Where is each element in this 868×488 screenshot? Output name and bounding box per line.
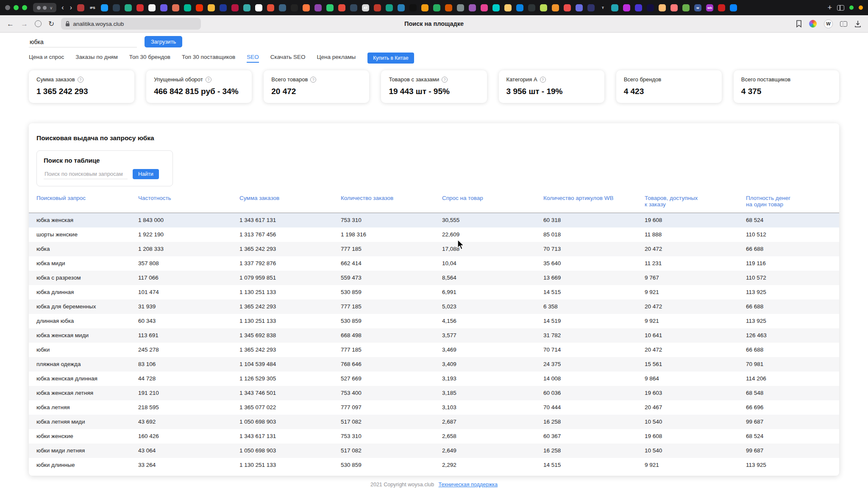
info-icon[interactable]: ?: [78, 77, 83, 83]
split-view-icon[interactable]: [840, 21, 847, 27]
pinned-tab-icon[interactable]: [386, 4, 393, 11]
extensions-badge-icon[interactable]: [35, 20, 42, 27]
column-header[interactable]: Поисковый запрос: [29, 192, 131, 213]
tab-3[interactable]: Топ 30 брендов: [129, 54, 170, 63]
pinned-tab-icon[interactable]: [457, 4, 464, 11]
pinned-tab-icon[interactable]: [635, 4, 642, 11]
pinned-tab-icon[interactable]: [279, 4, 286, 11]
pinned-tab-icon[interactable]: [623, 4, 630, 11]
pinned-tab-icon[interactable]: [647, 4, 654, 11]
column-header[interactable]: Сумма заказов: [232, 192, 333, 213]
pinned-tab-icon[interactable]: [481, 4, 488, 11]
pinned-tab-icon[interactable]: [326, 4, 334, 11]
load-button[interactable]: Загрузить: [145, 36, 182, 47]
pinned-tab-icon[interactable]: [231, 4, 239, 11]
window-control-dot[interactable]: [5, 5, 10, 10]
color-extension-icon[interactable]: [809, 20, 817, 28]
tab-1[interactable]: Цена и спрос: [29, 54, 64, 63]
table-row[interactable]: юбка для беременных31 9391 365 242 29377…: [29, 299, 839, 314]
info-icon[interactable]: ?: [310, 77, 316, 83]
table-row[interactable]: пляжная одежда83 1061 104 539 484768 646…: [29, 357, 839, 372]
pinned-tab-icon[interactable]: [338, 4, 345, 11]
pinned-tab-icon[interactable]: [374, 4, 381, 11]
download-icon[interactable]: [854, 20, 861, 28]
address-bar[interactable]: analitika.woysa.club: [61, 18, 201, 30]
pinned-tab-icon[interactable]: [148, 4, 156, 11]
pinned-tab-icon[interactable]: [101, 4, 108, 11]
pinned-tab-icon[interactable]: [220, 4, 227, 11]
table-row[interactable]: юбка женская миди113 6911 345 692 838668…: [29, 328, 839, 343]
pinned-tab-icon[interactable]: T: [599, 4, 606, 11]
pinned-tab-icon[interactable]: [421, 4, 428, 11]
pinned-tab-icon[interactable]: [540, 4, 547, 11]
bookmark-icon[interactable]: [796, 20, 802, 28]
table-search-input[interactable]: [44, 169, 128, 179]
pinned-tab-icon[interactable]: [113, 4, 120, 11]
pinned-tab-icon[interactable]: [409, 4, 417, 11]
pinned-tab-icon[interactable]: [350, 4, 357, 11]
table-row[interactable]: юбка летняя миди43 6921 050 698 903517 0…: [29, 415, 839, 429]
pinned-tab-icon[interactable]: [196, 4, 203, 11]
pinned-tab-icon[interactable]: [255, 4, 262, 11]
pinned-tab-icon[interactable]: [670, 4, 678, 11]
pinned-tab-icon[interactable]: [291, 4, 298, 11]
info-icon[interactable]: ?: [442, 77, 448, 83]
table-row[interactable]: юбка миди357 8081 337 792 876662 41410,0…: [29, 256, 839, 271]
column-header[interactable]: Плотность денег на один товар: [738, 192, 839, 213]
pinned-tab-icon[interactable]: [184, 4, 191, 11]
pinned-tab-icon[interactable]: [445, 4, 452, 11]
table-row[interactable]: юбка летняя218 5951 365 077 022777 0973,…: [29, 400, 839, 415]
pinned-tab-icon[interactable]: [77, 4, 84, 11]
search-query-input[interactable]: [29, 37, 137, 47]
pinned-tab-icon[interactable]: [433, 4, 440, 11]
table-row[interactable]: юбка женская длинная44 7281 126 529 3055…: [29, 372, 839, 386]
tab-7[interactable]: Цена рекламы: [317, 54, 356, 63]
pinned-tab-icon[interactable]: [576, 4, 583, 11]
table-row[interactable]: юбки миди летняя43 0641 050 698 903517 0…: [29, 444, 839, 458]
pinned-tab-icon[interactable]: [504, 4, 512, 11]
pinned-tab-icon[interactable]: [564, 4, 571, 11]
tab-2[interactable]: Заказы по дням: [75, 54, 117, 63]
tab-group-pill[interactable]: ∨: [33, 3, 56, 12]
pinned-tab-icon[interactable]: [552, 4, 559, 11]
refresh-icon[interactable]: ↻: [48, 20, 54, 28]
tab-5[interactable]: SEO: [247, 54, 259, 63]
info-icon[interactable]: ?: [206, 77, 211, 83]
pinned-tab-icon[interactable]: [682, 4, 690, 11]
pinned-tab-icon[interactable]: [730, 4, 737, 11]
pinned-tab-icon[interactable]: [125, 4, 132, 11]
pinned-tab-icon[interactable]: [303, 4, 310, 11]
table-row[interactable]: юбки длинные33 2641 130 251 133530 8592,…: [29, 458, 839, 472]
column-header[interactable]: Товаров, доступных к заказу: [637, 192, 738, 213]
column-header[interactable]: Количество артикулов WB: [536, 192, 637, 213]
strip-forward-icon[interactable]: ›: [69, 4, 73, 11]
table-row[interactable]: юбка женская1 843 0001 343 617 131753 31…: [29, 213, 839, 227]
column-header[interactable]: Спрос на товар: [434, 192, 536, 213]
support-link[interactable]: Техническая поддержка: [439, 482, 498, 488]
pinned-tab-icon[interactable]: AT: [362, 4, 369, 11]
pinned-tab-icon[interactable]: [659, 4, 666, 11]
profile-avatar[interactable]: W: [824, 19, 833, 28]
pinned-tab-icon[interactable]: [469, 4, 476, 11]
column-header[interactable]: Количество заказов: [333, 192, 434, 213]
tab-6[interactable]: Скачать SEO: [270, 54, 306, 63]
table-row[interactable]: юбка женская летняя191 2101 343 746 5017…: [29, 386, 839, 400]
pinned-tab-icon[interactable]: [136, 4, 144, 11]
tab-4[interactable]: Топ 30 поставщиков: [182, 54, 235, 63]
table-row[interactable]: юбки женские160 4261 343 617 131753 3102…: [29, 429, 839, 444]
tab-overview-icon[interactable]: [837, 5, 844, 11]
pinned-tab-icon[interactable]: [314, 4, 322, 11]
pinned-tab-icon[interactable]: [267, 4, 274, 11]
info-icon[interactable]: ?: [540, 77, 546, 83]
strip-back-icon[interactable]: ‹: [61, 4, 64, 11]
pinned-tab-icon[interactable]: [718, 4, 725, 11]
back-icon[interactable]: ←: [7, 20, 14, 28]
table-row[interactable]: длинная юбка60 3431 130 251 133530 8594,…: [29, 314, 839, 328]
pinned-tab-icon[interactable]: IFS: [89, 4, 96, 11]
new-tab-icon[interactable]: +: [827, 4, 832, 11]
pinned-tab-icon[interactable]: [587, 4, 595, 11]
pinned-tab-icon[interactable]: [516, 4, 523, 11]
pinned-tab-icon[interactable]: [492, 4, 500, 11]
window-control-dot[interactable]: [14, 5, 19, 10]
pinned-tab-icon[interactable]: [243, 4, 250, 11]
